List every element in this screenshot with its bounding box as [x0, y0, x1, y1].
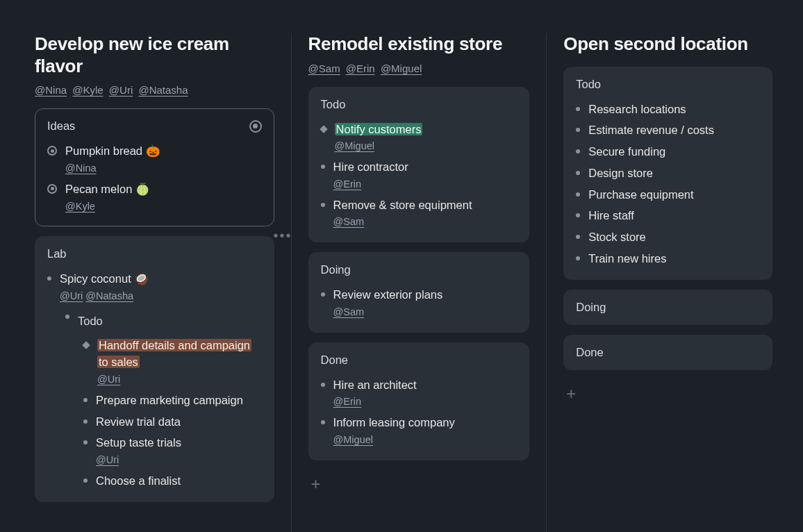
bullet-icon	[576, 107, 580, 111]
add-card-button[interactable]: +	[308, 470, 530, 498]
list-item[interactable]: Design store	[576, 162, 760, 183]
focus-indicator-icon[interactable]	[249, 120, 262, 133]
item-text: Purchase equipment	[588, 186, 760, 203]
mention[interactable]: @Nina	[35, 84, 67, 96]
item-text: Choose a finalist	[96, 472, 262, 490]
mention[interactable]: @Miguel	[335, 140, 374, 151]
card-title: Doing	[321, 263, 351, 276]
card-title: Todo	[321, 98, 346, 111]
list-item[interactable]: Hire staff	[576, 204, 760, 226]
mention[interactable]: @Erin	[333, 178, 362, 190]
list-item[interactable]: Spicy coconut 🥥 @Uri @Natasha	[47, 267, 262, 306]
bullet-icon	[83, 419, 88, 424]
item-text: Pecan melon 🍈	[65, 181, 262, 198]
card-title: Lab	[47, 247, 67, 260]
card-todo[interactable]: Todo Notify customers @Miguel Hire contr…	[308, 87, 530, 243]
bullet-icon	[576, 213, 580, 217]
bullet-icon	[321, 420, 325, 424]
card-title: Todo	[576, 78, 601, 91]
list-item[interactable]: Notify customers @Miguel	[321, 118, 518, 156]
list-item[interactable]: Setup taste trials @Uri	[83, 431, 262, 469]
card-items: Spicy coconut 🥥 @Uri @Natasha	[47, 267, 262, 306]
card-todo[interactable]: Todo Research locations Estimate revenue…	[563, 67, 772, 280]
column-more-icon[interactable]: •••	[274, 228, 292, 244]
item-text: Setup taste trials	[96, 434, 262, 451]
bullet-icon	[321, 203, 325, 207]
mention[interactable]: @Uri	[109, 84, 133, 96]
item-text: Estimate revenue / costs	[588, 122, 760, 139]
bullet-icon	[47, 276, 51, 281]
mention[interactable]: @Uri	[96, 454, 119, 465]
card-header: Lab	[47, 247, 262, 260]
card-doing[interactable]: Doing	[563, 290, 772, 325]
card-done[interactable]: Done Hire an architect @Erin Inform leas…	[308, 342, 530, 460]
bullet-icon	[576, 235, 580, 239]
mention[interactable]: @Erin	[333, 396, 362, 407]
bullet-icon	[576, 256, 580, 260]
mention[interactable]: @Miguel	[333, 434, 373, 445]
card-title: Done	[576, 346, 603, 359]
item-text: Review exterior plans	[333, 286, 518, 304]
diamond-icon	[82, 341, 90, 349]
column-assignees: @Nina @Kyle @Uri @Natasha	[35, 84, 274, 96]
radio-icon[interactable]	[47, 184, 57, 194]
nested-header: Todo	[78, 313, 262, 330]
mention[interactable]: @Uri	[97, 374, 120, 385]
item-text: Pumpkin bread 🎃	[65, 142, 262, 160]
mention[interactable]: @Natasha	[138, 84, 188, 96]
column-remodel-store: Remodel existing store @Sam @Erin @Migue…	[291, 33, 547, 532]
column-title: Develop new ice cream flavor	[35, 33, 274, 77]
list-item[interactable]: Choose a finalist	[83, 469, 262, 491]
bullet-icon	[576, 192, 580, 197]
item-text: Inform leasing company	[333, 414, 518, 431]
list-item[interactable]: Review trial data	[83, 410, 262, 432]
card-done[interactable]: Done	[563, 335, 772, 370]
mention[interactable]: @Natasha	[85, 290, 133, 301]
card-ideas[interactable]: Ideas Pumpkin bread 🎃 @Nina Pecan melon …	[35, 108, 274, 226]
list-item[interactable]: Review exterior plans @Sam	[321, 283, 518, 322]
card-doing[interactable]: Doing Review exterior plans @Sam	[308, 252, 530, 333]
list-item[interactable]: Purchase equipment	[576, 183, 760, 205]
mention[interactable]: @Sam	[308, 63, 340, 74]
card-items: Hire an architect @Erin Inform leasing c…	[321, 374, 518, 449]
list-item[interactable]: Stock store	[576, 226, 760, 247]
column-open-location: Open second location Todo Research locat…	[547, 33, 789, 532]
list-item[interactable]: Inform leasing company @Miguel	[321, 411, 518, 449]
item-text: Prepare marketing campaign	[96, 392, 262, 409]
mention[interactable]: @Sam	[333, 216, 365, 227]
list-item[interactable]: Secure funding	[576, 140, 760, 162]
bullet-icon	[576, 171, 580, 175]
radio-icon[interactable]	[47, 146, 57, 156]
mention[interactable]: @Uri	[60, 290, 83, 301]
mention[interactable]: @Miguel	[381, 63, 422, 74]
item-text: Handoff details and campaign to sales	[97, 339, 251, 369]
item-text: Research locations	[588, 101, 760, 118]
list-item[interactable]: Hire an architect @Erin	[321, 374, 518, 412]
list-item[interactable]: Handoff details and campaign to sales @U…	[83, 334, 262, 389]
list-item[interactable]: Pecan melon 🍈 @Kyle	[47, 178, 262, 216]
card-items: Research locations Estimate revenue / co…	[576, 98, 760, 269]
card-header: Doing	[321, 263, 518, 276]
item-text: Review trial data	[96, 413, 262, 431]
list-item[interactable]: Research locations	[576, 98, 760, 119]
list-item[interactable]: Prepare marketing campaign	[83, 389, 262, 410]
nested-items: Handoff details and campaign to sales @U…	[83, 334, 262, 491]
card-header: Ideas	[47, 119, 262, 133]
item-text: Train new hires	[588, 250, 760, 267]
add-card-button[interactable]: +	[563, 380, 772, 408]
list-item[interactable]: Estimate revenue / costs	[576, 119, 760, 140]
mention[interactable]: @Kyle	[65, 201, 95, 212]
list-item[interactable]: Remove & store equipment @Sam	[321, 194, 518, 232]
mention[interactable]: @Nina	[65, 163, 97, 174]
mention[interactable]: @Kyle	[72, 84, 103, 96]
card-header: Done	[321, 354, 518, 367]
column-develop-flavor: Develop new ice cream flavor @Nina @Kyle…	[14, 33, 291, 532]
list-item[interactable]: Hire contractor @Erin	[321, 156, 518, 194]
list-item[interactable]: Train new hires	[576, 247, 760, 269]
item-text: Spicy coconut 🥥	[60, 270, 262, 288]
card-lab[interactable]: Lab Spicy coconut 🥥 @Uri @Natasha	[35, 236, 274, 501]
list-item[interactable]: Pumpkin bread 🎃 @Nina	[47, 140, 262, 178]
mention[interactable]: @Sam	[333, 306, 365, 317]
nested-section: Todo Handoff details and campaign to sal…	[65, 306, 262, 491]
mention[interactable]: @Erin	[346, 63, 375, 74]
